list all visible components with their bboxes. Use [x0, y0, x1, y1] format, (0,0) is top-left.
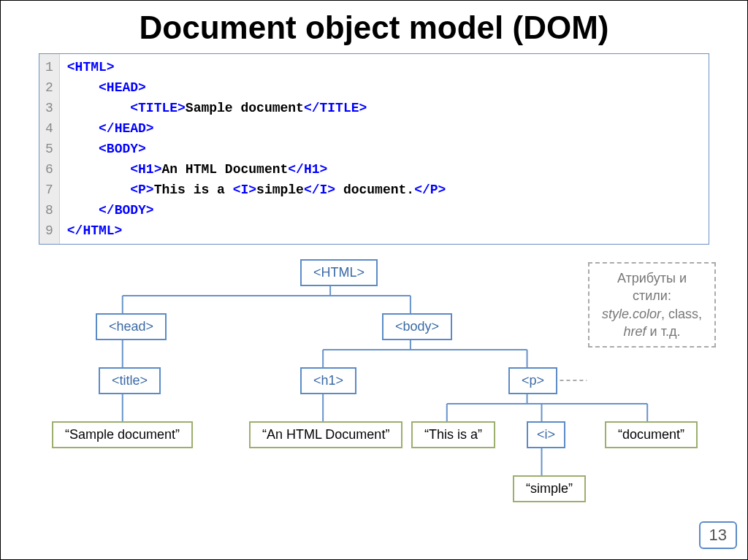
code-line: <H1>An HTML Document</H1> — [67, 159, 701, 180]
node-h1: <h1> — [300, 367, 356, 394]
node-head: <head> — [96, 313, 167, 340]
line-number: 3 — [45, 98, 53, 118]
line-gutter: 123456789 — [39, 54, 60, 244]
code-line: <HTML> — [67, 57, 701, 77]
page-number: 13 — [699, 521, 737, 549]
code-line: </HTML> — [67, 220, 701, 241]
leaf-thisisa: “This is a” — [411, 421, 495, 448]
code-line: </BODY> — [67, 200, 701, 220]
code-line: <P>This is a <I>simple</I> document.</P> — [67, 180, 701, 200]
dom-tree: <HTML> <head> <body> <title> <h1> <p> “S… — [39, 259, 709, 529]
code-line: </HEAD> — [67, 118, 701, 139]
line-number: 4 — [45, 118, 53, 139]
leaf-sample: “Sample document” — [52, 421, 193, 448]
line-number: 7 — [45, 180, 53, 200]
line-number: 6 — [45, 159, 53, 180]
node-i: <i> — [527, 421, 565, 448]
leaf-document: “document” — [605, 421, 698, 448]
line-number: 1 — [45, 57, 53, 77]
line-number: 5 — [45, 139, 53, 159]
leaf-anhtml: “An HTML Document” — [249, 421, 402, 448]
node-html: <HTML> — [300, 259, 378, 286]
node-p: <p> — [508, 367, 557, 394]
node-body: <body> — [382, 313, 452, 340]
slide-title: Document object model (DOM) — [39, 9, 709, 46]
code-editor: 123456789 <HTML> <HEAD> <TITLE>Sample do… — [39, 53, 709, 245]
code-line: <TITLE>Sample document</TITLE> — [67, 98, 701, 118]
node-title: <title> — [99, 367, 161, 394]
code-line: <BODY> — [67, 139, 701, 159]
code-line: <HEAD> — [67, 77, 701, 98]
attributes-note: Атрибуты и стили: style.color, class, hr… — [588, 262, 716, 348]
line-number: 2 — [45, 77, 53, 98]
line-number: 8 — [45, 200, 53, 220]
leaf-simple: “simple” — [513, 475, 586, 502]
line-number: 9 — [45, 220, 53, 241]
code-content: <HTML> <HEAD> <TITLE>Sample document</TI… — [60, 54, 709, 244]
